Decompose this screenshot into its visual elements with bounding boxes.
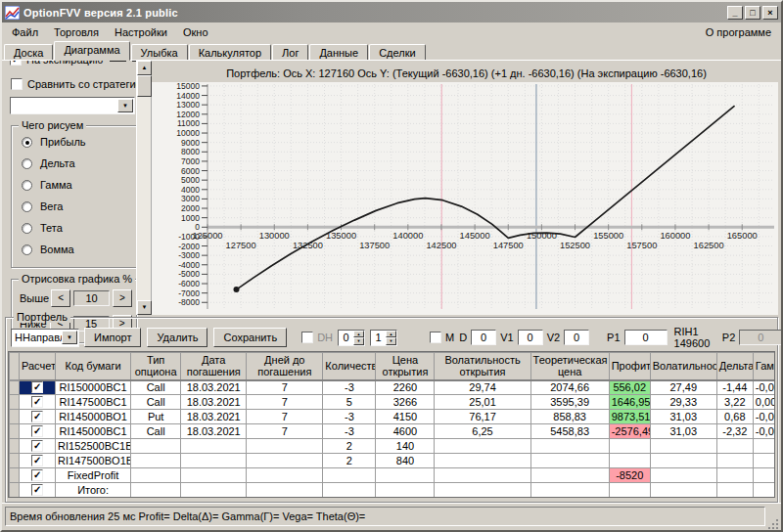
cell-code[interactable]: RI152500BC1B <box>56 439 131 454</box>
spin-down-icon[interactable]: ▼ <box>386 337 396 345</box>
cell-profit[interactable] <box>609 439 650 454</box>
cell-profit[interactable] <box>609 454 650 468</box>
chevron-down-icon[interactable]: ▼ <box>62 331 77 344</box>
calc-checkbox[interactable] <box>31 381 43 393</box>
dh-spinner-1[interactable]: 0 ▲▼ <box>338 330 365 346</box>
cell-qty[interactable]: -3 <box>323 424 376 439</box>
cell-type[interactable]: Call <box>131 424 181 439</box>
удалить-button[interactable]: Удалить <box>147 328 207 347</box>
cell-calc[interactable] <box>20 424 56 439</box>
tab-калькулятор[interactable]: Калькулятор <box>189 44 271 61</box>
cell-date[interactable] <box>181 483 247 498</box>
cell-open_vol[interactable] <box>435 468 530 483</box>
cell-code[interactable]: Итого: <box>56 483 131 498</box>
cell-date[interactable] <box>181 454 247 468</box>
cell-theo[interactable] <box>530 454 609 468</box>
cell-days[interactable] <box>247 454 323 468</box>
menu-item-3[interactable]: Настройки <box>107 24 175 40</box>
row-header-strip[interactable] <box>10 483 20 498</box>
cell-code[interactable]: RI145000BC1 <box>56 424 131 439</box>
calc-checkbox[interactable] <box>31 469 43 481</box>
row-header-strip[interactable] <box>10 468 20 483</box>
cell-open_price[interactable]: 3266 <box>376 395 435 410</box>
calc-checkbox[interactable] <box>31 440 43 452</box>
cell-vol[interactable]: 31,03 <box>650 410 716 424</box>
cell-vol[interactable] <box>650 468 716 483</box>
calc-checkbox[interactable] <box>31 396 43 408</box>
tab-данные[interactable]: Данные <box>309 44 368 61</box>
cell-open_vol[interactable]: 29,74 <box>435 380 530 395</box>
cell-type[interactable]: Call <box>131 380 181 395</box>
row-header-strip[interactable] <box>10 380 20 395</box>
cell-calc[interactable] <box>20 380 56 395</box>
cell-theo[interactable] <box>530 468 609 483</box>
maximize-icon[interactable]: □ <box>745 6 760 20</box>
tab-диаграмма[interactable]: Диаграмма <box>54 41 129 61</box>
spin-up-icon[interactable]: ▲ <box>353 331 364 338</box>
cell-type[interactable] <box>131 454 181 468</box>
cell-delta[interactable] <box>716 439 753 454</box>
cell-delta[interactable] <box>716 454 753 468</box>
strategy-select[interactable]: ▼ <box>10 97 135 114</box>
cell-open_price[interactable] <box>376 483 435 498</box>
cell-delta[interactable]: 3,22 <box>716 395 753 410</box>
menu-item-2[interactable]: Торговля <box>46 24 107 40</box>
cell-calc[interactable] <box>20 454 56 468</box>
cell-theo[interactable]: 858,83 <box>530 410 609 424</box>
cell-profit[interactable]: 1646,95 <box>609 395 650 410</box>
cell-profit[interactable]: -8520 <box>609 468 650 483</box>
cell-open_vol[interactable]: 6,25 <box>435 424 530 439</box>
cell-gamma[interactable]: 0,00030 <box>753 395 775 410</box>
cell-vol[interactable] <box>650 454 716 468</box>
cell-profit[interactable]: 9873,51 <box>609 410 650 424</box>
cell-date[interactable]: 18.03.2021 <box>181 380 247 395</box>
cell-type[interactable] <box>131 468 181 483</box>
cell-type[interactable]: Put <box>131 410 181 424</box>
tab-доска[interactable]: Доска <box>4 44 53 61</box>
row-header-strip[interactable] <box>10 439 20 454</box>
m-checkbox[interactable] <box>430 332 441 343</box>
cell-open_vol[interactable]: 76,17 <box>435 410 530 424</box>
range-above-increment-icon[interactable]: > <box>113 289 132 307</box>
cell-open_price[interactable]: 140 <box>376 439 435 454</box>
cell-theo[interactable]: 5458,83 <box>530 424 609 439</box>
cell-calc[interactable] <box>20 483 56 498</box>
expiration-checkbox[interactable] <box>10 61 22 66</box>
cell-open_price[interactable] <box>376 468 435 483</box>
cell-gamma[interactable] <box>753 439 775 454</box>
cell-delta[interactable] <box>716 468 753 483</box>
direction-select[interactable]: ННаправле ▼ <box>11 329 79 347</box>
v1-input[interactable]: 0 <box>518 330 543 345</box>
cell-theo[interactable] <box>530 439 609 454</box>
cell-theo[interactable]: 3595,39 <box>530 395 609 410</box>
cell-theo[interactable]: 2074,66 <box>530 380 609 395</box>
cell-code[interactable]: RI147500BC1 <box>56 395 131 410</box>
cell-days[interactable]: 7 <box>247 410 323 424</box>
cell-days[interactable]: 7 <box>247 395 323 410</box>
spin-up-icon[interactable]: ▲ <box>386 331 396 338</box>
calc-checkbox[interactable] <box>31 484 43 496</box>
cell-type[interactable] <box>131 483 181 498</box>
cell-delta[interactable]: -1,44 <box>716 380 753 395</box>
cell-days[interactable]: 7 <box>247 424 323 439</box>
cell-calc[interactable] <box>20 439 56 454</box>
cell-profit[interactable]: -2576,49 <box>609 424 650 439</box>
cell-qty[interactable]: 5 <box>323 395 376 410</box>
cell-type[interactable] <box>131 439 181 454</box>
tab-сделки[interactable]: Сделки <box>369 44 426 61</box>
cell-open_vol[interactable] <box>435 439 530 454</box>
cell-code[interactable]: FixedProfit <box>56 468 131 483</box>
cell-open_vol[interactable]: 25,01 <box>435 395 530 410</box>
cell-gamma[interactable] <box>753 454 775 468</box>
cell-theo[interactable] <box>530 483 609 498</box>
row-header-strip[interactable] <box>10 395 20 410</box>
calc-checkbox[interactable] <box>31 411 43 422</box>
close-icon[interactable]: × <box>762 6 778 20</box>
p1-input[interactable]: 0 <box>624 330 668 345</box>
cell-open_price[interactable]: 2260 <box>376 380 435 395</box>
resize-grip[interactable] <box>766 517 778 529</box>
compare-strategy-checkbox[interactable] <box>11 78 23 90</box>
cell-vol[interactable] <box>650 483 716 498</box>
menu-item-about[interactable]: О программе <box>702 24 775 40</box>
cell-date[interactable]: 18.03.2021 <box>181 395 247 410</box>
